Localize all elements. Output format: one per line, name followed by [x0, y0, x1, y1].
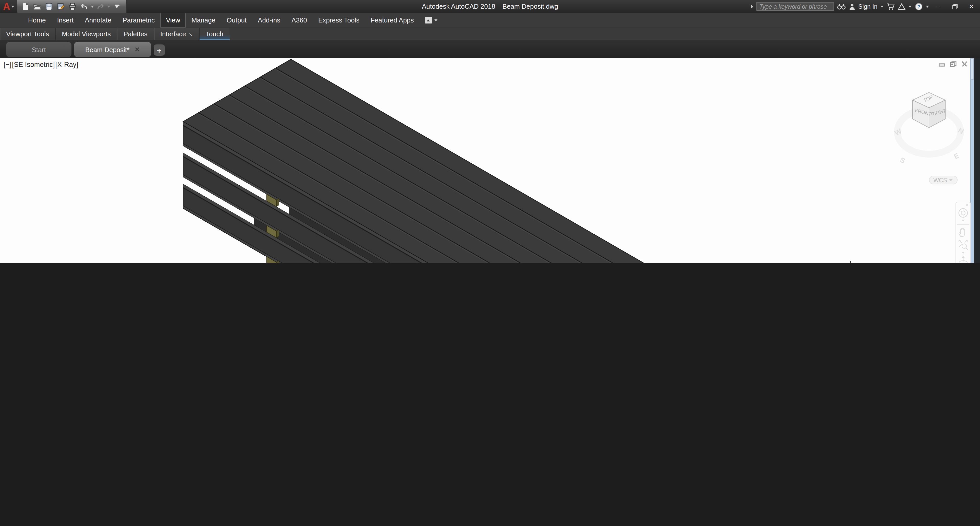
viewcube[interactable]: W N S E TOP FRONT RIGHT — [892, 89, 969, 189]
infocenter: Sign In ? ─ ✕ — [751, 1, 980, 12]
viewport-minimize-control[interactable]: [−] — [3, 61, 11, 69]
undo-dropdown-caret[interactable] — [91, 5, 94, 7]
wheel-caret[interactable] — [962, 220, 965, 222]
navbar-divider — [957, 224, 969, 225]
panel-viewport-tools[interactable]: Viewport Tools — [0, 28, 56, 40]
ribbon-tab-insert[interactable]: Insert — [51, 13, 79, 27]
infocenter-expand-icon[interactable] — [751, 4, 753, 8]
ribbon-tab-express-tools[interactable]: Express Tools — [313, 13, 365, 27]
panel-interface[interactable]: Interface↘ — [154, 28, 200, 40]
ribbon-minimize-icon — [425, 17, 432, 24]
ribbon-display-toggle[interactable] — [425, 13, 438, 27]
ribbon-tab-featured-apps[interactable]: Featured Apps — [365, 13, 419, 27]
panel-palettes[interactable]: Palettes — [118, 28, 154, 40]
close-tab-icon[interactable]: ✕ — [135, 46, 140, 53]
search-binoculars-icon[interactable] — [837, 3, 845, 10]
vertical-scrollbar[interactable] — [970, 58, 974, 263]
new-button[interactable] — [21, 1, 30, 11]
qat-customize-caret — [115, 6, 118, 8]
viewport-visual-style-control[interactable]: [X-Ray] — [56, 61, 78, 69]
svg-text:?: ? — [917, 4, 920, 9]
drawing-restore-icon[interactable] — [950, 61, 956, 67]
ribbon-tab-a360[interactable]: A360 — [286, 13, 313, 27]
new-drawing-tab-button[interactable]: + — [154, 45, 165, 56]
application-menu-button[interactable]: A — [0, 0, 18, 13]
viewport-controls: [−] [SE Isometric] [X-Ray] — [3, 61, 78, 69]
drawing-close-icon[interactable] — [961, 61, 968, 67]
a360-icon[interactable] — [898, 3, 905, 10]
compass-south: S — [899, 156, 907, 165]
panel-launcher-icon[interactable]: ↘ — [189, 32, 193, 37]
ribbon-tab-bar: Home Insert Annotate Parametric View Man… — [0, 13, 980, 28]
drawing-window-controls — [939, 61, 968, 67]
file-tab-start[interactable]: Start — [6, 42, 72, 57]
navigation-wheel-icon[interactable] — [958, 207, 969, 218]
ribbon-display-caret[interactable] — [434, 19, 438, 21]
orbit-icon[interactable] — [958, 255, 969, 263]
save-as-icon — [57, 2, 65, 11]
viewport-view-control[interactable]: [SE Isometric] — [12, 61, 55, 69]
pan-hand-icon[interactable] — [958, 226, 969, 239]
search-input[interactable] — [756, 2, 834, 11]
help-caret[interactable] — [926, 5, 929, 7]
file-tab-bar: Start Beam Deposit* ✕ + — [0, 40, 980, 58]
ribbon-panel-row: Viewport Tools Model Viewports Palettes … — [0, 28, 980, 40]
redo-arrow-icon — [97, 2, 105, 11]
restore-button[interactable] — [948, 1, 962, 12]
new-file-icon — [21, 2, 30, 11]
panel-model-viewports[interactable]: Model Viewports — [56, 28, 118, 40]
minimize-button[interactable]: ─ — [932, 1, 945, 12]
scrollbar-thumb[interactable] — [971, 58, 974, 80]
open-button[interactable] — [32, 1, 42, 11]
viewcube-cube[interactable]: TOP FRONT RIGHT — [913, 92, 947, 128]
quick-access-toolbar — [18, 0, 127, 13]
close-button[interactable]: ✕ — [965, 1, 978, 12]
ribbon-tab-manage[interactable]: Manage — [186, 13, 221, 27]
navbar-close-icon[interactable]: ✕ — [966, 203, 969, 207]
compass-east: E — [953, 151, 960, 161]
ribbon-tab-view[interactable]: View — [160, 13, 186, 27]
beam-stack-model[interactable] — [0, 58, 980, 263]
autocad-window: A Autodesk AutoCAD 2018Beam Deposit.dwg … — [0, 0, 980, 263]
undo-button[interactable] — [79, 1, 89, 11]
wcs-dropdown[interactable]: WCS — [929, 176, 958, 184]
ribbon-tab-addins[interactable]: Add-ins — [252, 13, 286, 27]
printer-icon — [68, 2, 76, 11]
ribbon-tab-home[interactable]: Home — [22, 13, 51, 27]
app-store-cart-icon[interactable] — [886, 3, 895, 10]
file-tab-beam-deposit[interactable]: Beam Deposit* ✕ — [74, 42, 151, 57]
save-icon — [45, 2, 53, 11]
zoom-caret[interactable] — [962, 252, 965, 254]
navigation-bar[interactable]: ✕ ⊖ — [956, 202, 971, 263]
a360-caret[interactable] — [908, 5, 912, 7]
drawing-area[interactable]: [−] [SE Isometric] [X-Ray] — [0, 58, 980, 263]
undo-arrow-icon — [80, 2, 88, 11]
save-button[interactable] — [44, 1, 54, 11]
qat-customize-button[interactable] — [112, 1, 122, 11]
plot-button[interactable] — [67, 1, 78, 11]
chevron-down-icon — [11, 5, 14, 7]
autocad-logo-icon: A — [3, 2, 10, 11]
ribbon-tab-output[interactable]: Output — [221, 13, 252, 27]
ribbon-tab-annotate[interactable]: Annotate — [79, 13, 117, 27]
sign-in-button[interactable]: Sign In — [858, 3, 877, 10]
ribbon-tab-parametric[interactable]: Parametric — [117, 13, 161, 27]
frame-edge — [974, 58, 980, 263]
help-icon[interactable]: ? — [915, 2, 923, 11]
drawing-minimize-icon[interactable] — [939, 61, 945, 67]
wcs-caret-icon — [949, 179, 953, 181]
title-bar: A Autodesk AutoCAD 2018Beam Deposit.dwg … — [0, 0, 980, 13]
redo-dropdown-caret[interactable] — [107, 5, 110, 7]
restore-icon — [952, 3, 958, 10]
zoom-extents-icon[interactable] — [958, 239, 969, 251]
user-icon — [849, 3, 855, 10]
sign-in-caret[interactable] — [880, 5, 883, 7]
panel-touch[interactable]: Touch — [200, 28, 230, 40]
save-as-button[interactable] — [56, 1, 66, 11]
redo-button[interactable] — [95, 1, 106, 11]
open-folder-icon — [33, 2, 41, 11]
